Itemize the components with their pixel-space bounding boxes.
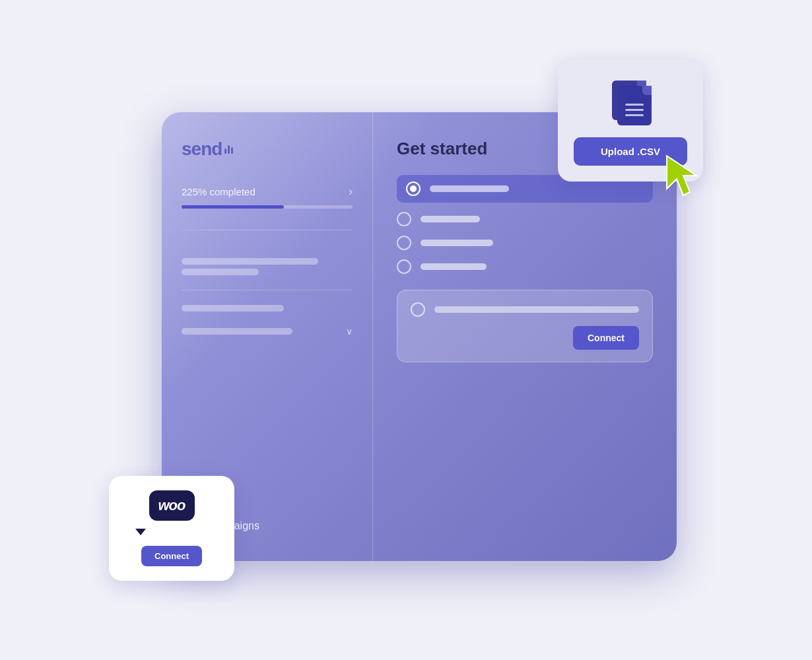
- progress-section: 225% completed ›: [182, 185, 353, 209]
- radio-item-4[interactable]: [397, 259, 653, 274]
- radio-label-3: [421, 240, 493, 246]
- dropdown-row: ∨: [182, 326, 353, 337]
- progress-bar-fill: [182, 205, 284, 209]
- bar-1: [224, 148, 226, 154]
- menu-item-2: [182, 305, 353, 312]
- chevron-right-icon: ›: [349, 185, 353, 199]
- divider-1: [182, 230, 353, 230]
- radio-label-1: [430, 185, 509, 192]
- file-line-3: [625, 114, 644, 116]
- woo-logo: woo: [149, 490, 195, 521]
- connect-card-row: [411, 302, 639, 317]
- menu-line-1a: [182, 258, 318, 265]
- woo-bubble-tail: [135, 529, 146, 535]
- radio-list: [397, 175, 653, 274]
- woo-logo-text: woo: [158, 497, 186, 514]
- bar-3: [231, 147, 233, 154]
- radio-circle-1: [406, 182, 421, 196]
- radio-circle-3: [397, 236, 411, 250]
- progress-text: 225% completed: [182, 186, 255, 197]
- radio-item-2[interactable]: [397, 212, 653, 226]
- file-line-2: [625, 109, 644, 111]
- connect-radio-circle: [411, 302, 425, 317]
- woo-connect-button[interactable]: Connect: [141, 546, 202, 566]
- connect-button[interactable]: Connect: [573, 326, 639, 350]
- send-logo-bars: [224, 145, 233, 154]
- menu-items: ∨: [182, 258, 353, 337]
- radio-label-4: [421, 263, 487, 270]
- radio-label-2: [421, 216, 480, 222]
- progress-label-row: 225% completed ›: [182, 185, 353, 199]
- cursor-arrow: [663, 152, 710, 201]
- radio-circle-2: [397, 212, 411, 226]
- bar-2: [228, 145, 230, 154]
- woo-card: woo Connect: [109, 476, 234, 581]
- file-icon-stack: [607, 78, 654, 125]
- cursor-arrow-svg: [663, 152, 710, 199]
- radio-item-3[interactable]: [397, 236, 653, 250]
- dropdown-chevron-icon: ∨: [346, 326, 353, 337]
- dropdown-line: [182, 328, 292, 335]
- connect-card-line: [434, 306, 639, 313]
- connect-card: Connect: [397, 290, 653, 362]
- menu-line-2a: [182, 305, 284, 312]
- svg-marker-0: [667, 156, 696, 195]
- send-logo: send: [182, 139, 353, 160]
- progress-bar-background: [182, 205, 353, 209]
- menu-line-1b: [182, 269, 259, 275]
- file-front-icon: [617, 86, 652, 125]
- radio-circle-4: [397, 259, 411, 274]
- file-line-1: [625, 104, 644, 106]
- divider-2: [182, 290, 353, 290]
- send-logo-text: send: [182, 139, 222, 160]
- upload-csv-card: Upload .CSV: [558, 59, 703, 182]
- menu-item-1: [182, 258, 353, 275]
- scene: send 225% completed ›: [109, 59, 703, 601]
